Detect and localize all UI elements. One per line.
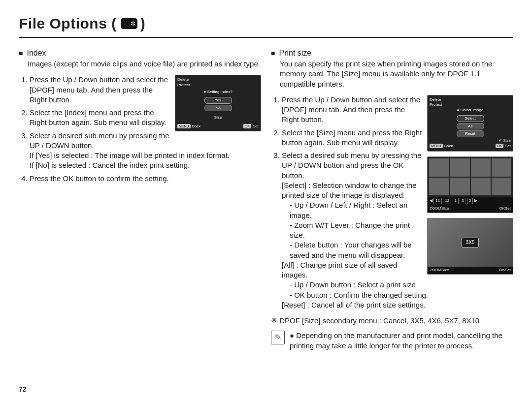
secondary-menu: ※ DPOF [Size] secondary menu : Cancel, 3…	[271, 316, 513, 326]
note-text: Depending on the manufacturer and print …	[290, 331, 502, 349]
file-options-icon: ✲	[121, 18, 137, 29]
cam-prompt: ● Setting Index?	[203, 90, 232, 95]
cam-yes: Yes	[204, 97, 232, 104]
printsize-intro: You can specify the print size when prin…	[280, 59, 513, 89]
section-title-printsize: Print size	[279, 48, 311, 59]
cam-set: Set	[253, 124, 259, 128]
left-step-3: Select a desired sub menu by pressing th…	[30, 131, 261, 171]
note-bullet: ●	[290, 331, 296, 339]
square-bullet-icon: ■	[271, 49, 275, 58]
cam-back: Back	[192, 124, 201, 128]
camera-screenshot-size-menu: Delete Protect ● Select Image Select All…	[427, 95, 513, 152]
camera-screenshot-thumbnails: ◀ 11 12 1 3 5 ▶ ZOOMSize OKSet	[427, 156, 513, 213]
left-step-4: Press the OK button to confirm the setti…	[30, 174, 261, 184]
page-number: 72	[19, 385, 27, 394]
right-column: ■ Print size You can specify the print s…	[271, 48, 513, 351]
camera-screenshot-index: Delete Protect ● Setting Index? Yes No S…	[175, 75, 261, 131]
page-title-close: )	[140, 14, 145, 34]
camera-screenshot-single: 3X5 ZOOMSize OKSet	[427, 218, 513, 275]
section-title-index: Index	[27, 48, 46, 59]
cam-no: No	[204, 105, 232, 112]
left-step-1: Delete Protect ● Setting Index? Yes No S…	[30, 75, 261, 105]
cam-top1: Delete	[177, 77, 259, 82]
all-line-1: - Up / Down button : Select a print size	[290, 280, 513, 290]
left-no-line: If [No] is selected : Cancel the index p…	[30, 160, 261, 170]
cam-size: Size	[214, 115, 222, 121]
reset-label: [Reset] : Cancel all of the print size s…	[282, 300, 513, 310]
left-yes-line: If [Yes] is selected : The image will be…	[30, 151, 261, 160]
note-icon: ✎	[271, 331, 285, 344]
page-title-row: File Options ( ✲ )	[19, 14, 513, 38]
cam-top2: Protect	[177, 83, 259, 88]
all-line-2: - OK button : Confirm the changed settin…	[290, 290, 513, 300]
left-column: ■ Index Images (except for movie clips a…	[19, 48, 261, 351]
index-intro: Images (except for movie clips and voice…	[28, 59, 261, 69]
page-title: File Options (	[19, 14, 117, 34]
square-bullet-icon: ■	[19, 49, 23, 58]
